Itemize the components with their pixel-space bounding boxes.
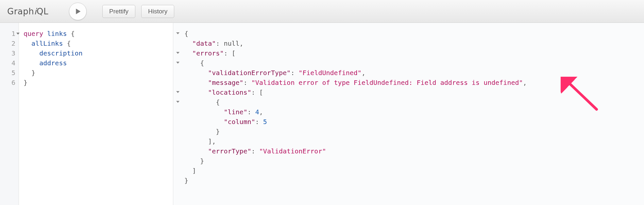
- query-editor-pane: 1 2 3 4 5 6 query links { allLinks { des…: [0, 23, 173, 205]
- brace: }: [216, 128, 220, 135]
- operation-name: links: [47, 30, 67, 38]
- field-description: description: [39, 49, 82, 57]
- json-number: 4: [255, 108, 259, 116]
- keyword-query: query: [24, 30, 43, 38]
- brace: {: [67, 39, 71, 47]
- json-key-message: "message": [208, 79, 243, 87]
- fold-arrow-icon[interactable]: [173, 48, 182, 58]
- json-string: "Validation error of type FieldUndefined…: [251, 79, 523, 87]
- fold-arrow-icon[interactable]: [173, 29, 182, 39]
- main-area: 1 2 3 4 5 6 query links { allLinks { des…: [0, 23, 644, 205]
- svg-marker-0: [76, 8, 80, 14]
- json-key-errorType: "errorType": [208, 147, 251, 155]
- json-null: null: [224, 39, 239, 47]
- bracket: ]: [192, 167, 196, 175]
- json-key-errors: "errors": [192, 49, 224, 57]
- json-key-column: "column": [224, 118, 255, 126]
- execute-button[interactable]: [69, 3, 87, 20]
- json-number: 5: [263, 118, 267, 126]
- brace: }: [184, 177, 188, 184]
- line-number: 5: [0, 68, 19, 78]
- line-number-gutter: 1 2 3 4 5 6: [0, 23, 19, 205]
- brace: }: [31, 69, 35, 77]
- json-key-data: "data": [192, 39, 216, 47]
- app-logo: GraphiQL: [7, 7, 48, 16]
- query-editor[interactable]: query links { allLinks { description add…: [19, 23, 173, 205]
- logo-prefix: Graph: [7, 7, 34, 16]
- brace: {: [184, 30, 188, 38]
- bracket: [: [232, 49, 236, 57]
- field-allLinks: allLinks: [31, 39, 63, 47]
- logo-italic: i: [34, 7, 37, 16]
- line-number: 2: [0, 39, 19, 48]
- result-viewer[interactable]: { "data": null, "errors": [ { "validatio…: [182, 23, 644, 205]
- brace: }: [200, 157, 204, 165]
- fold-arrow-icon[interactable]: [173, 97, 182, 107]
- play-icon: [73, 7, 82, 16]
- field-address: address: [39, 59, 67, 67]
- brace: {: [71, 30, 75, 38]
- history-button[interactable]: History: [141, 5, 174, 18]
- line-number: 3: [0, 48, 19, 58]
- line-number: 6: [0, 78, 19, 87]
- json-key-line: "line": [224, 108, 247, 116]
- brace: {: [200, 59, 204, 67]
- brace: {: [216, 98, 220, 106]
- line-number: 4: [0, 58, 19, 68]
- fold-arrow-icon[interactable]: [173, 58, 182, 68]
- prettify-button[interactable]: Prettify: [102, 5, 135, 18]
- result-pane: { "data": null, "errors": [ { "validatio…: [173, 23, 644, 205]
- fold-arrow-icon[interactable]: [173, 87, 182, 97]
- fold-arrow-icon[interactable]: [16, 33, 20, 35]
- bracket: ]: [208, 137, 212, 145]
- json-key-locations: "locations": [208, 88, 251, 96]
- logo-suffix: QL: [37, 7, 48, 16]
- result-fold-gutter: [173, 23, 182, 205]
- line-number: 1: [0, 29, 19, 39]
- brace: }: [24, 79, 27, 87]
- bracket: [: [259, 88, 263, 96]
- topbar: GraphiQL Prettify History: [0, 0, 644, 23]
- json-string: "ValidationError": [259, 147, 326, 155]
- json-string: "FieldUndefined": [298, 69, 362, 77]
- json-key-validationErrorType: "validationErrorType": [208, 69, 291, 77]
